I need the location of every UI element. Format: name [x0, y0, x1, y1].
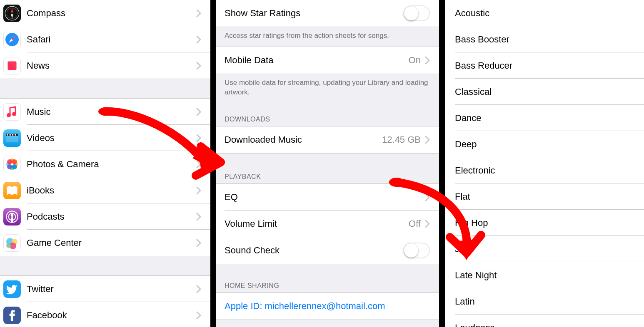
svg-point-24 — [7, 164, 12, 169]
settings-row-label: Podcasts — [27, 211, 196, 222]
chevron-right-icon — [425, 136, 430, 144]
section-gap — [0, 256, 210, 276]
eq-row[interactable]: EQ — [216, 184, 439, 211]
sound-check-toggle[interactable] — [403, 243, 430, 258]
chevron-right-icon — [196, 186, 201, 195]
settings-row-photos-camera[interactable]: Photos & Camera — [0, 151, 210, 177]
row-label: Sound Check — [225, 245, 403, 256]
settings-row-label: Game Center — [27, 238, 196, 248]
home-sharing-header: HOME SHARING — [216, 270, 439, 293]
settings-row-game-center[interactable]: Game Center — [0, 230, 210, 256]
chevron-right-icon — [196, 285, 201, 293]
chevron-right-icon — [196, 134, 201, 142]
svg-rect-15 — [12, 134, 13, 135]
settings-row-label: Videos — [27, 133, 196, 144]
row-value: 12.45 GB — [382, 134, 421, 145]
chevron-right-icon — [425, 193, 430, 201]
eq-preset-row[interactable]: Acoustic — [445, 0, 644, 26]
svg-rect-13 — [7, 134, 8, 135]
settings-row-compass[interactable]: Compass — [0, 0, 210, 26]
settings-row-podcasts[interactable]: Podcasts — [0, 203, 210, 230]
chevron-right-icon — [196, 35, 201, 44]
facebook-icon — [3, 307, 21, 324]
settings-row-news[interactable]: News — [0, 52, 210, 79]
ibooks-icon — [3, 182, 21, 199]
svg-point-22 — [12, 159, 17, 164]
eq-preset-label: Jazz — [455, 244, 474, 255]
svg-point-21 — [7, 159, 12, 164]
eq-preset-label: Latin — [455, 296, 475, 307]
compass-icon — [3, 5, 21, 22]
row-value: Off — [409, 218, 421, 229]
eq-preset-row[interactable]: Electronic — [445, 157, 644, 183]
podcasts-icon — [3, 208, 21, 225]
settings-row-label: Facebook — [27, 310, 196, 321]
svg-marker-2 — [11, 8, 13, 13]
eq-preset-label: Electronic — [455, 165, 495, 176]
downloads-header: DOWNLOADS — [216, 103, 439, 126]
chevron-right-icon — [196, 311, 201, 320]
mobile-data-footer: Use mobile data for streaming, updating … — [216, 74, 439, 103]
settings-row-ibooks[interactable]: iBooks — [0, 177, 210, 203]
eq-preset-label: Bass Reducer — [455, 60, 512, 71]
eq-preset-row[interactable]: Flat — [445, 183, 644, 210]
eq-preset-row[interactable]: Latin — [445, 288, 644, 315]
sound-check-row[interactable]: Sound Check — [216, 237, 439, 264]
eq-preset-label: Hip Hop — [455, 218, 488, 228]
mobile-data-row[interactable]: Mobile Data On — [216, 47, 439, 74]
eq-presets-panel: AcousticBass BoosterBass ReducerClassica… — [445, 0, 644, 327]
settings-row-twitter[interactable]: Twitter — [0, 276, 210, 302]
volume-limit-row[interactable]: Volume Limit Off — [216, 211, 439, 237]
twitter-icon — [3, 280, 21, 298]
playback-header: PLAYBACK — [216, 161, 439, 184]
svg-marker-3 — [11, 13, 13, 19]
svg-point-23 — [12, 164, 17, 169]
eq-preset-label: Acoustic — [455, 8, 489, 19]
eq-preset-row[interactable]: Jazz — [445, 236, 644, 262]
downloaded-music-row[interactable]: Downloaded Music 12.45 GB — [216, 126, 439, 153]
apple-id-row[interactable]: Apple ID: michellerennex@hotmail.com — [216, 293, 439, 320]
videos-icon — [3, 129, 21, 147]
settings-row-music[interactable]: Music — [0, 99, 210, 125]
svg-rect-16 — [15, 134, 16, 135]
settings-section-social: Twitter Facebook — [0, 276, 210, 327]
chevron-right-icon — [196, 160, 201, 168]
chevron-right-icon — [196, 108, 201, 116]
eq-preset-label: Loudness — [455, 322, 494, 327]
settings-row-safari[interactable]: Safari — [0, 26, 210, 52]
settings-row-facebook[interactable]: Facebook — [0, 302, 210, 327]
chevron-right-icon — [196, 239, 201, 247]
section-gap — [0, 79, 210, 99]
eq-preset-row[interactable]: Dance — [445, 105, 644, 131]
eq-preset-row[interactable]: Classical — [445, 79, 644, 105]
settings-row-videos[interactable]: Videos — [0, 125, 210, 151]
svg-rect-12 — [6, 136, 18, 142]
eq-preset-label: Classical — [455, 87, 492, 97]
row-label: Show Star Ratings — [225, 8, 403, 19]
svg-point-10 — [12, 112, 16, 116]
svg-point-31 — [6, 243, 11, 248]
row-value: On — [409, 55, 421, 66]
news-icon — [3, 57, 21, 74]
chevron-right-icon — [425, 56, 430, 64]
eq-preset-row[interactable]: Deep — [445, 131, 644, 157]
star-ratings-toggle[interactable] — [403, 5, 430, 21]
eq-preset-row[interactable]: Late Night — [445, 262, 644, 288]
music-settings-panel: Show Star Ratings Access star ratings fr… — [216, 0, 445, 327]
settings-row-label: Compass — [27, 8, 196, 19]
eq-preset-row[interactable]: Hip Hop — [445, 210, 644, 236]
row-label: Downloaded Music — [225, 134, 382, 145]
eq-preset-row[interactable]: Loudness — [445, 315, 644, 327]
settings-row-label: iBooks — [27, 185, 196, 196]
row-label: Mobile Data — [225, 55, 409, 66]
row-label: EQ — [225, 192, 421, 203]
safari-icon — [3, 31, 21, 48]
show-star-ratings-row[interactable]: Show Star Ratings — [216, 0, 439, 27]
eq-preset-row[interactable]: Bass Booster — [445, 26, 644, 52]
eq-preset-row[interactable]: Bass Reducer — [445, 52, 644, 79]
svg-rect-14 — [10, 134, 11, 135]
photos-icon — [3, 156, 21, 173]
apple-id-label: Apple ID: michellerennex@hotmail.com — [225, 301, 430, 312]
settings-row-label: Twitter — [27, 284, 196, 295]
chevron-right-icon — [425, 220, 430, 228]
